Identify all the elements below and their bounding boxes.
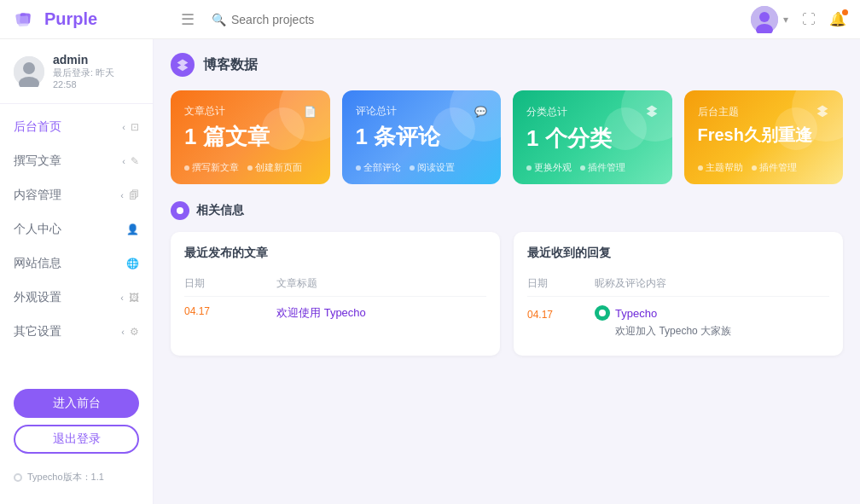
stat-links: 更换外观 插件管理 — [526, 161, 659, 174]
post-date: 04.17 — [184, 297, 276, 325]
topbar-avatar — [751, 6, 778, 33]
comment-content: Typecho 欢迎加入 Typecho 大家族 — [595, 297, 829, 343]
menu-icon[interactable]: ☰ — [181, 10, 195, 29]
theme-icon — [816, 104, 829, 120]
recent-posts-table: 日期 文章标题 04.17 欢迎使用 Typecho — [184, 271, 486, 324]
table-row: 04.17 Typecho 欢迎加入 Typecho — [527, 297, 829, 343]
sidebar-last-login: 最后登录: 昨天 22:58 — [53, 67, 139, 90]
sidebar-item-dashboard[interactable]: 后台首页 ‹ ⊡ — [0, 111, 153, 143]
sidebar-item-content[interactable]: 内容管理 ‹ 🗐 — [0, 179, 153, 211]
stat-label: 后台主题 — [698, 104, 830, 120]
link-dot — [752, 165, 757, 171]
sidebar-item-write[interactable]: 撰写文章 ‹ ✎ — [0, 145, 153, 177]
person-icon: 👤 — [126, 223, 139, 235]
recent-posts-panel: 最近发布的文章 日期 文章标题 04.17 欢迎使用 Typecho — [171, 232, 500, 356]
sidebar-item-profile[interactable]: 个人中心 👤 — [0, 213, 153, 246]
info-section-title: 相关信息 — [196, 203, 244, 218]
search-input[interactable] — [231, 13, 402, 26]
notification-dot — [842, 9, 848, 15]
sidebar-username: admin — [53, 53, 139, 67]
search-icon: 🔍 — [212, 13, 226, 26]
arrow-icon: ‹ — [122, 122, 125, 132]
main-layout: admin 最后登录: 昨天 22:58 后台首页 ‹ ⊡ 撰写文章 ‹ — [0, 39, 860, 504]
recent-comments-panel: 最近收到的回复 日期 昵称及评论内容 04.17 — [514, 232, 843, 356]
version-dot-icon — [14, 473, 22, 482]
desktop-icon: ⊡ — [131, 121, 139, 133]
layers-icon — [176, 58, 189, 72]
stat-link-2[interactable]: 插件管理 — [752, 161, 797, 174]
col-title: 文章标题 — [276, 271, 486, 297]
recent-comments-table: 日期 昵称及评论内容 04.17 — [527, 271, 829, 342]
logout-button[interactable]: 退出登录 — [14, 425, 139, 454]
stat-link-2[interactable]: 阅读设置 — [410, 161, 455, 174]
link-dot — [356, 165, 361, 171]
stat-links: 撰写新文章 创建新页面 — [184, 161, 317, 174]
comment-row: Typecho 欢迎加入 Typecho 大家族 — [595, 305, 829, 339]
avatar-svg — [751, 6, 778, 33]
avatar-svg — [14, 56, 44, 87]
sidebar-item-settings[interactable]: 其它设置 ‹ ⚙ — [0, 316, 153, 348]
image-icon: 🖼 — [129, 292, 139, 304]
comment-avatar-icon — [595, 305, 610, 321]
search-bar: 🔍 — [212, 13, 737, 26]
frontend-button[interactable]: 进入前台 — [14, 389, 139, 418]
stat-link-1[interactable]: 全部评论 — [356, 161, 401, 174]
link-dot — [526, 165, 532, 171]
section-title: 博客数据 — [203, 56, 258, 74]
stat-link-1[interactable]: 撰写新文章 — [184, 161, 239, 174]
info-section-header: 相关信息 — [171, 201, 843, 220]
arrow-icon: ‹ — [120, 293, 124, 303]
edit-icon: ✎ — [131, 155, 139, 167]
post-link[interactable]: 欢迎使用 Typecho — [276, 306, 366, 319]
stat-label: 评论总计 💬 — [356, 104, 488, 119]
logo-text: Purple — [44, 9, 97, 29]
comment-date: 04.17 — [527, 297, 595, 343]
stat-links: 全部评论 阅读设置 — [356, 161, 488, 174]
user-menu[interactable]: ▾ — [751, 6, 788, 33]
sidebar-version: Typecho版本：1.1 — [0, 464, 153, 490]
expand-icon[interactable]: ⛶ — [802, 12, 816, 27]
stat-link-1[interactable]: 主题帮助 — [698, 161, 743, 174]
logo: Purple — [14, 8, 167, 32]
sidebar-nav: 后台首页 ‹ ⊡ 撰写文章 ‹ ✎ 内容管理 — [0, 111, 153, 379]
link-dot — [247, 165, 253, 171]
comment-name: Typecho — [595, 305, 829, 321]
stat-link-2[interactable]: 创建新页面 — [247, 161, 302, 174]
document-icon: 📄 — [304, 106, 317, 118]
link-dot — [410, 165, 415, 171]
stat-link-2[interactable]: 插件管理 — [580, 161, 625, 174]
svg-rect-2 — [18, 15, 29, 26]
info-dot-icon — [171, 201, 189, 220]
svg-point-7 — [23, 62, 35, 74]
table-row: 04.17 欢迎使用 Typecho — [184, 297, 486, 325]
sidebar-user-info: admin 最后登录: 昨天 22:58 — [53, 53, 139, 90]
link-dot — [580, 165, 585, 171]
arrow-icon: ‹ — [121, 327, 125, 337]
recent-posts-title: 最近发布的文章 — [184, 246, 486, 261]
stat-links: 主题帮助 插件管理 — [698, 161, 830, 174]
recent-comments-title: 最近收到的回复 — [527, 246, 829, 261]
link-dot — [698, 165, 703, 171]
stats-grid: 文章总计 📄 1 篇文章 撰写新文章 创建新页面 — [171, 90, 843, 184]
sidebar-avatar — [14, 56, 44, 87]
sidebar-item-site-info[interactable]: 网站信息 🌐 — [0, 247, 153, 280]
stat-card-categories: 分类总计 1 个分类 更换外观 插件管理 — [513, 90, 672, 184]
svg-point-4 — [759, 12, 770, 22]
section-header: 博客数据 — [171, 53, 843, 77]
topbar-actions: ▾ ⛶ 🔔 — [751, 6, 846, 33]
comment-icon: 💬 — [474, 106, 487, 118]
stat-card-comments: 评论总计 💬 1 条评论 全部评论 阅读设置 — [342, 90, 502, 184]
sidebar-item-appearance[interactable]: 外观设置 ‹ 🖼 — [0, 281, 153, 314]
stat-card-articles: 文章总计 📄 1 篇文章 撰写新文章 创建新页面 — [171, 90, 330, 184]
bell-icon[interactable]: 🔔 — [829, 11, 846, 27]
chevron-down-icon: ▾ — [783, 14, 788, 26]
info-grid: 最近发布的文章 日期 文章标题 04.17 欢迎使用 Typecho — [171, 232, 843, 356]
stat-link-1[interactable]: 更换外观 — [526, 161, 572, 174]
stat-label: 分类总计 — [526, 104, 659, 120]
globe-icon: 🌐 — [126, 258, 139, 269]
post-title[interactable]: 欢迎使用 Typecho — [276, 297, 486, 325]
logo-icon — [14, 8, 38, 32]
arrow-icon: ‹ — [120, 190, 124, 200]
content-area: 博客数据 文章总计 📄 1 篇文章 撰写新文章 — [154, 39, 860, 504]
sidebar-user: admin 最后登录: 昨天 22:58 — [0, 53, 153, 104]
